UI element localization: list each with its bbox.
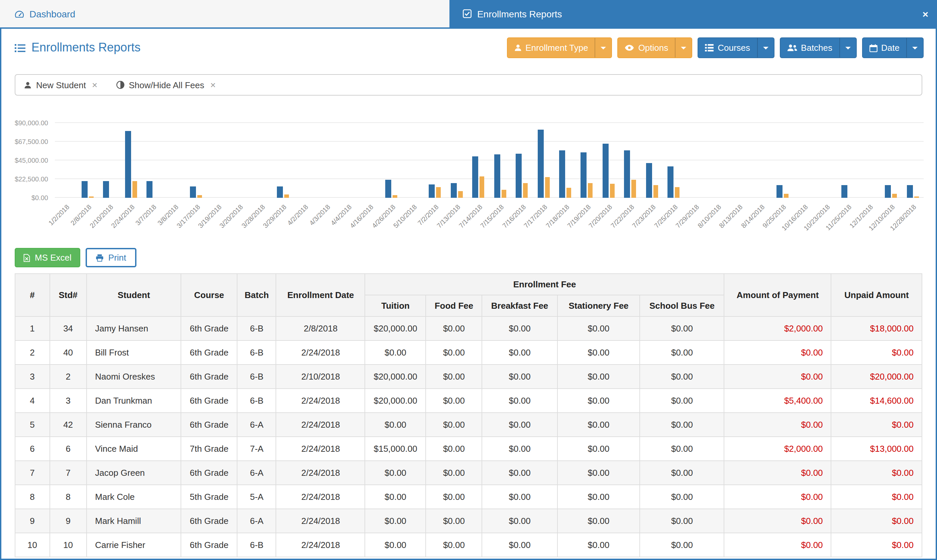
date-caret-button[interactable] xyxy=(906,38,923,57)
table-cell: 6th Grade xyxy=(181,461,237,485)
table-row: 99Mark Hamill6th Grade6-A2/24/2018$0.00$… xyxy=(15,509,922,533)
date-button[interactable]: Date xyxy=(863,38,906,57)
x-axis-label: 4/3/2018 xyxy=(308,203,332,227)
enrollments-chart: $0.00$22,500.00$45,000.00$67,500.00$90,0… xyxy=(4,95,924,241)
table-cell: $0.00 xyxy=(724,340,831,365)
table-cell: 6th Grade xyxy=(181,413,237,437)
ms-excel-button[interactable]: MS Excel xyxy=(15,248,80,267)
bar-group: 12/28/2018 xyxy=(902,123,924,198)
table-cell: 2/24/2018 xyxy=(276,437,365,461)
date-button-group: Date xyxy=(862,37,924,58)
payments-bar xyxy=(458,191,463,198)
remove-filter-icon[interactable]: × xyxy=(92,80,97,89)
col-school-bus-fee: School Bus Fee xyxy=(640,295,724,317)
export-actions: MS Excel Print xyxy=(15,248,922,267)
filter-bar[interactable]: New Student × Show/Hide All Fees × xyxy=(15,74,922,95)
table-cell: 5 xyxy=(15,413,49,437)
table-cell: $0.00 xyxy=(557,437,640,461)
table-cell: 6 xyxy=(49,437,86,461)
x-axis-label: 3/7/2018 xyxy=(134,203,158,227)
courses-caret-button[interactable] xyxy=(757,38,773,57)
fees-bar xyxy=(841,185,847,198)
tab-dashboard[interactable]: Dashboard xyxy=(0,0,450,28)
table-cell: Vince Maid xyxy=(86,437,181,461)
dashboard-icon xyxy=(15,10,24,18)
table-cell: 7-A xyxy=(237,437,276,461)
payments-bar xyxy=(89,196,93,198)
options-caret-button[interactable] xyxy=(675,38,692,57)
bar-group: 7/17/2018 xyxy=(533,123,554,198)
bar-group: 7/25/2018 xyxy=(663,123,684,198)
excel-file-icon xyxy=(23,254,30,262)
table-cell: 10 xyxy=(49,533,86,557)
courses-button[interactable]: Courses xyxy=(698,38,757,57)
table-cell: 2/8/2018 xyxy=(276,317,365,340)
payments-bar xyxy=(393,195,398,198)
fees-bar xyxy=(429,185,435,198)
remove-filter-icon[interactable]: × xyxy=(210,80,216,89)
tab-enrollments-label: Enrollments Reports xyxy=(477,8,562,19)
batches-button[interactable]: Batches xyxy=(780,38,839,57)
toolbar: Enrollment Type Options xyxy=(506,37,924,58)
table-cell: $0.00 xyxy=(640,437,724,461)
payments-bar xyxy=(567,188,571,198)
payments-bar xyxy=(675,187,680,198)
y-axis-label: $90,000.00 xyxy=(15,119,48,127)
col-course: Course xyxy=(181,274,237,317)
payments-bar xyxy=(523,183,528,198)
table-cell: $0.00 xyxy=(482,389,557,413)
bar-group: 7/19/2018 xyxy=(576,123,598,198)
report-table-body: 134Jamy Hansen6th Grade6-B2/8/2018$20,00… xyxy=(15,317,922,557)
table-cell: 6-B xyxy=(237,533,276,557)
fees-bar xyxy=(885,185,891,198)
table-cell: 2 xyxy=(15,340,49,365)
table-cell: 8 xyxy=(15,485,49,509)
table-cell: $0.00 xyxy=(557,317,640,340)
table-cell: 2/24/2018 xyxy=(276,340,365,365)
chart-plot: 1/2/20182/8/20182/10/20182/24/20183/7/20… xyxy=(55,123,924,198)
bar-group: 11/25/2018 xyxy=(837,123,858,198)
tab-close-icon[interactable]: × xyxy=(922,9,928,19)
fees-bar xyxy=(906,185,912,198)
bar-group: 8/13/2018 xyxy=(728,123,750,198)
table-cell: 2/24/2018 xyxy=(276,533,365,557)
bar-group: 3/7/2018 xyxy=(142,123,164,198)
table-cell: 6-B xyxy=(237,389,276,413)
bar-group: 3/19/2018 xyxy=(207,123,229,198)
table-cell: 7th Grade xyxy=(181,437,237,461)
col-amount-of-payment: Amount of Payment xyxy=(724,274,831,317)
payments-bar xyxy=(501,189,506,198)
batches-caret-button[interactable] xyxy=(839,38,856,57)
table-cell: Sienna Franco xyxy=(86,413,181,437)
table-cell: $2,000.00 xyxy=(724,437,831,461)
bar-group: 3/28/2018 xyxy=(250,123,272,198)
options-button[interactable]: Options xyxy=(618,38,675,57)
tab-enrollments-reports[interactable]: Enrollments Reports × xyxy=(450,0,937,28)
table-cell: 2/10/2018 xyxy=(276,365,365,389)
col-stationery-fee: Stationery Fee xyxy=(557,295,640,317)
col-batch: Batch xyxy=(237,274,276,317)
enrollment-type-button[interactable]: Enrollment Type xyxy=(507,38,594,57)
bar-group: 7/13/2018 xyxy=(446,123,468,198)
users-icon xyxy=(787,44,797,51)
table-cell: $0.00 xyxy=(724,413,831,437)
x-axis-label: 4/2/2018 xyxy=(286,203,310,227)
table-cell: 6-A xyxy=(237,509,276,533)
calendar-icon xyxy=(869,44,877,52)
table-row: 240Bill Frost6th Grade6-B2/24/2018$0.00$… xyxy=(15,340,922,365)
options-button-group: Options xyxy=(617,37,693,58)
table-cell: $13,000.00 xyxy=(831,437,922,461)
enrollment-type-caret-button[interactable] xyxy=(595,38,611,57)
bar-group: 7/18/2018 xyxy=(554,123,576,198)
table-cell: 6th Grade xyxy=(181,340,237,365)
adjust-icon xyxy=(116,81,124,89)
table-cell: 2/24/2018 xyxy=(276,461,365,485)
page-title-text: Enrollments Reports xyxy=(31,41,140,55)
user-icon xyxy=(514,44,521,51)
col-enrollment-date: Enrollment Date xyxy=(276,274,365,317)
chart-y-axis: $0.00$22,500.00$45,000.00$67,500.00$90,0… xyxy=(4,123,55,198)
print-button[interactable]: Print xyxy=(86,248,136,267)
print-icon xyxy=(96,254,103,262)
bar-group: 5/10/2018 xyxy=(402,123,424,198)
table-cell: 34 xyxy=(49,317,86,340)
